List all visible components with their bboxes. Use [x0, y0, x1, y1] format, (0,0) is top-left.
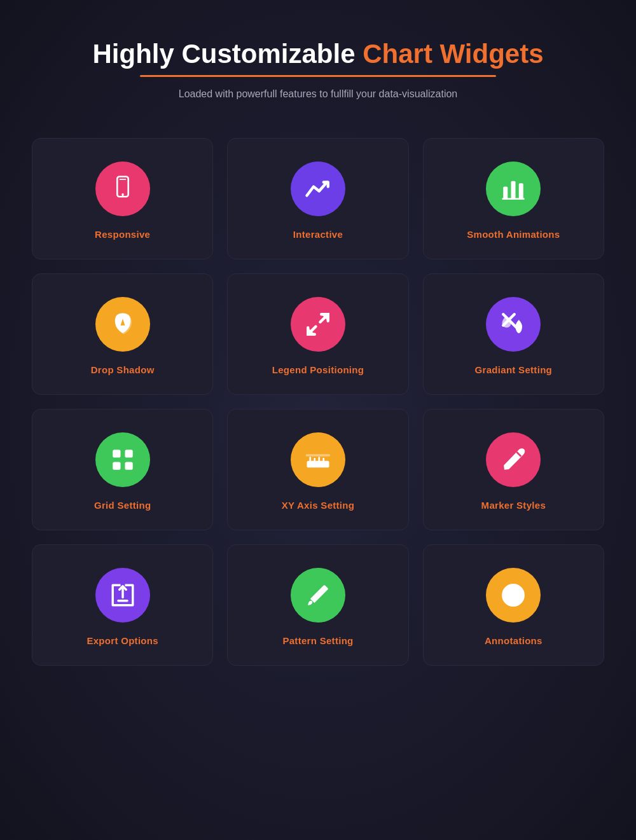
grid-setting-label: Grid Setting — [94, 500, 151, 511]
svg-rect-2 — [119, 179, 126, 181]
title-white: Highly Customizable — [92, 39, 363, 69]
smooth-animations-icon — [486, 162, 541, 216]
subtitle: Loaded with powerfull features to fullfi… — [25, 88, 611, 100]
card-xy-axis-setting[interactable]: XY Axis Setting — [227, 409, 408, 530]
card-annotations[interactable]: Annotations — [423, 544, 604, 666]
responsive-label: Responsive — [95, 229, 150, 240]
gradient-setting-icon — [486, 297, 541, 352]
marker-styles-label: Marker Styles — [481, 500, 546, 511]
svg-rect-6 — [519, 184, 523, 200]
card-export-options[interactable]: Export Options — [32, 544, 213, 666]
xy-axis-setting-label: XY Axis Setting — [282, 500, 355, 511]
svg-rect-11 — [113, 450, 120, 458]
drop-shadow-label: Drop Shadow — [91, 364, 155, 375]
card-grid-setting[interactable]: Grid Setting — [32, 409, 213, 530]
card-marker-styles[interactable]: Marker Styles — [423, 409, 604, 530]
grid-setting-icon — [95, 432, 150, 487]
title-accent: Chart Widgets — [363, 39, 543, 69]
page-header: Highly Customizable Chart Widgets Loaded… — [25, 38, 611, 130]
export-options-label: Export Options — [86, 635, 158, 646]
smooth-animations-label: Smooth Animations — [467, 229, 560, 240]
interactive-label: Interactive — [293, 229, 343, 240]
xy-axis-setting-icon — [291, 432, 345, 487]
page-title: Highly Customizable Chart Widgets — [25, 38, 611, 70]
marker-styles-icon — [486, 432, 541, 487]
annotations-icon — [486, 568, 541, 623]
responsive-icon — [95, 162, 150, 216]
card-gradient-setting[interactable]: Gradiant Setting — [423, 273, 604, 395]
svg-rect-15 — [307, 461, 329, 468]
card-drop-shadow[interactable]: Drop Shadow — [32, 273, 213, 395]
annotations-label: Annotations — [485, 635, 543, 646]
svg-rect-14 — [125, 462, 132, 470]
card-legend-positioning[interactable]: Legend Positioning — [227, 273, 408, 395]
pattern-setting-label: Pattern Setting — [282, 635, 353, 646]
svg-rect-4 — [504, 187, 508, 199]
card-responsive[interactable]: Responsive — [32, 138, 213, 259]
card-pattern-setting[interactable]: Pattern Setting — [227, 544, 408, 666]
svg-rect-5 — [511, 181, 516, 199]
pattern-setting-icon — [291, 568, 345, 623]
svg-rect-13 — [113, 462, 120, 470]
features-grid: ResponsiveInteractiveSmooth AnimationsDr… — [32, 138, 604, 666]
export-options-icon — [95, 568, 150, 623]
gradient-setting-label: Gradiant Setting — [475, 364, 552, 375]
svg-rect-12 — [125, 450, 132, 458]
card-smooth-animations[interactable]: Smooth Animations — [423, 138, 604, 259]
title-underline — [140, 75, 496, 77]
legend-positioning-icon — [291, 297, 345, 352]
interactive-icon — [291, 162, 345, 216]
svg-point-26 — [512, 594, 515, 597]
drop-shadow-icon — [95, 297, 150, 352]
svg-point-3 — [121, 195, 123, 196]
card-interactive[interactable]: Interactive — [227, 138, 408, 259]
legend-positioning-label: Legend Positioning — [272, 364, 364, 375]
